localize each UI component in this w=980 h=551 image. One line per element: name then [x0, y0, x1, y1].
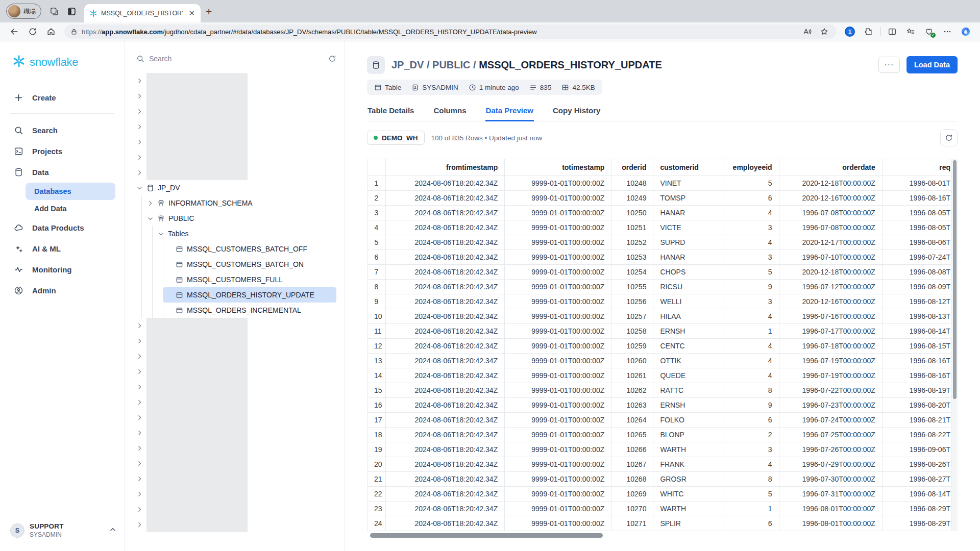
chevron-right-icon[interactable] — [136, 78, 143, 84]
chevron-right-icon[interactable] — [136, 445, 143, 452]
tree-table-item[interactable]: MSSQL_ORDERS_HISTORY_UPDATE — [163, 287, 336, 303]
tree-table-item[interactable]: MSSQL_CUSTOMERS_FULL — [163, 272, 336, 287]
tree-database-redacted[interactable] — [136, 456, 336, 471]
tree-table-item[interactable]: MSSQL_ORDERS_INCREMENTAL — [163, 303, 336, 318]
tab-columns[interactable]: Columns — [433, 103, 467, 121]
chevron-right-icon[interactable] — [136, 368, 143, 375]
sidebar-item-ai-ml[interactable]: AI & ML — [0, 238, 125, 259]
tree-database-redacted[interactable] — [136, 379, 336, 394]
table-row[interactable]: 62024-08-06T18:20:42.34Z9999-01-01T00:00… — [368, 250, 958, 265]
table-row[interactable]: 242024-08-06T18:20:42.34Z9999-01-01T00:0… — [368, 516, 958, 531]
chevron-right-icon[interactable] — [136, 430, 143, 436]
onepassword-icon[interactable]: 1 — [842, 24, 858, 39]
table-row[interactable]: 52024-08-06T18:20:42.34Z9999-01-01T00:00… — [368, 235, 958, 250]
tree-database-jp-dv[interactable]: JP_DV — [136, 180, 336, 195]
warehouse-selector[interactable]: DEMO_WH — [367, 131, 425, 145]
tree-database-redacted[interactable] — [136, 471, 336, 486]
table-row[interactable]: 142024-08-06T18:20:42.34Z9999-01-01T00:0… — [368, 368, 958, 383]
tree-database-redacted[interactable] — [136, 394, 336, 410]
browser-profile-button[interactable]: 職場 — [6, 4, 41, 19]
tree-database-redacted[interactable] — [136, 486, 336, 502]
chevron-right-icon[interactable] — [136, 169, 143, 176]
chevron-right-icon[interactable] — [136, 414, 143, 421]
chevron-right-icon[interactable] — [136, 154, 143, 161]
chevron-down-icon[interactable] — [147, 215, 154, 222]
tree-table-item[interactable]: MSSQL_CUSTOMERS_BATCH_OFF — [163, 241, 336, 257]
chevron-right-icon[interactable] — [136, 338, 143, 344]
horizontal-scrollbar[interactable] — [367, 533, 958, 538]
tree-database-redacted[interactable] — [136, 165, 336, 180]
chevron-right-icon[interactable] — [136, 322, 143, 329]
tree-database-redacted[interactable] — [136, 425, 336, 440]
table-row[interactable]: 122024-08-06T18:20:42.34Z9999-01-01T00:0… — [368, 339, 958, 354]
table-row[interactable]: 172024-08-06T18:20:42.34Z9999-01-01T00:0… — [368, 413, 958, 428]
vertical-scrollbar-thumb[interactable] — [953, 160, 957, 399]
tree-table-item[interactable]: MSSQL_CUSTOMERS_BATCH_ON — [163, 257, 336, 272]
tree-schema-public[interactable]: PUBLIC — [142, 211, 336, 226]
tree-database-redacted[interactable] — [136, 73, 336, 88]
new-tab-button[interactable]: + — [206, 6, 212, 18]
sidebar-item-data-products[interactable]: Data Products — [0, 217, 125, 238]
table-row[interactable]: 82024-08-06T18:20:42.34Z9999-01-01T00:00… — [368, 280, 958, 294]
table-row[interactable]: 232024-08-06T18:20:42.34Z9999-01-01T00:0… — [368, 502, 958, 516]
browser-tab-active[interactable]: MSSQL_ORDERS_HISTORY_UPDATE ✕ — [84, 4, 201, 22]
chevron-right-icon[interactable] — [136, 506, 143, 513]
workspaces-icon[interactable] — [45, 3, 63, 20]
chevron-right-icon[interactable] — [136, 93, 143, 99]
tree-database-redacted[interactable] — [136, 149, 336, 165]
favorite-star-icon[interactable] — [816, 24, 832, 39]
read-aloud-icon[interactable] — [799, 24, 815, 39]
chevron-down-icon[interactable] — [158, 231, 164, 237]
sidebar-item-admin[interactable]: Admin — [0, 280, 125, 301]
tree-database-redacted[interactable] — [136, 119, 336, 134]
browser-essentials-icon[interactable]: ✓ — [921, 24, 937, 39]
column-header[interactable]: customerid — [653, 159, 724, 176]
chevron-right-icon[interactable] — [136, 399, 143, 406]
sidebar-item-monitoring[interactable]: Monitoring — [0, 259, 125, 280]
table-row[interactable]: 152024-08-06T18:20:42.34Z9999-01-01T00:0… — [368, 383, 958, 398]
column-header[interactable]: req — [882, 159, 957, 176]
horizontal-scrollbar-thumb[interactable] — [370, 533, 603, 538]
extensions-puzzle-icon[interactable] — [860, 24, 876, 39]
tree-refresh-icon[interactable] — [328, 55, 336, 63]
preview-refresh-button[interactable] — [940, 129, 958, 146]
table-row[interactable]: 72024-08-06T18:20:42.34Z9999-01-01T00:00… — [368, 265, 958, 280]
column-header[interactable] — [368, 159, 386, 176]
collections-icon[interactable] — [902, 24, 919, 39]
home-icon[interactable] — [43, 24, 59, 39]
chevron-right-icon[interactable] — [136, 139, 143, 145]
sidebar-item-search[interactable]: Search — [0, 120, 125, 141]
chevron-right-icon[interactable] — [136, 491, 143, 497]
more-actions-button[interactable]: ··· — [878, 57, 900, 73]
chevron-right-icon[interactable] — [136, 353, 143, 360]
tree-database-redacted[interactable] — [136, 134, 336, 149]
site-lock-icon[interactable] — [70, 28, 78, 35]
tab-copy-history[interactable]: Copy History — [552, 103, 601, 121]
column-header[interactable]: orderdate — [779, 159, 882, 176]
table-row[interactable]: 132024-08-06T18:20:42.34Z9999-01-01T00:0… — [368, 354, 958, 368]
tree-database-redacted[interactable] — [136, 333, 336, 348]
tree-group-tables[interactable]: Tables — [153, 226, 336, 241]
breadcrumb-parents[interactable]: JP_DV / PUBLIC / — [391, 59, 479, 70]
chevron-right-icon[interactable] — [136, 475, 143, 482]
tree-database-redacted[interactable] — [136, 348, 336, 364]
table-row[interactable]: 32024-08-06T18:20:42.34Z9999-01-01T00:00… — [368, 206, 958, 220]
column-header[interactable]: fromtimestamp — [386, 159, 505, 176]
table-row[interactable]: 202024-08-06T18:20:42.34Z9999-01-01T00:0… — [368, 457, 958, 472]
tree-database-redacted[interactable] — [136, 517, 336, 532]
tree-database-redacted[interactable] — [136, 104, 336, 119]
back-icon[interactable] — [6, 24, 22, 39]
table-row[interactable]: 22024-08-06T18:20:42.34Z9999-01-01T00:00… — [368, 191, 958, 206]
sidebar-item-data[interactable]: Data — [0, 162, 125, 183]
tree-database-redacted[interactable] — [136, 364, 336, 379]
create-button[interactable]: Create — [0, 87, 125, 108]
chevron-right-icon[interactable] — [136, 460, 143, 467]
load-data-button[interactable]: Load Data — [906, 56, 958, 73]
tab-close-icon[interactable]: ✕ — [187, 9, 197, 18]
tab-table-details[interactable]: Table Details — [367, 103, 414, 121]
chevron-down-icon[interactable] — [136, 185, 143, 191]
refresh-icon[interactable] — [24, 24, 41, 39]
chevron-right-icon[interactable] — [147, 200, 154, 207]
table-row[interactable]: 212024-08-06T18:20:42.34Z9999-01-01T00:0… — [368, 472, 958, 487]
tree-search-input[interactable] — [149, 55, 324, 63]
